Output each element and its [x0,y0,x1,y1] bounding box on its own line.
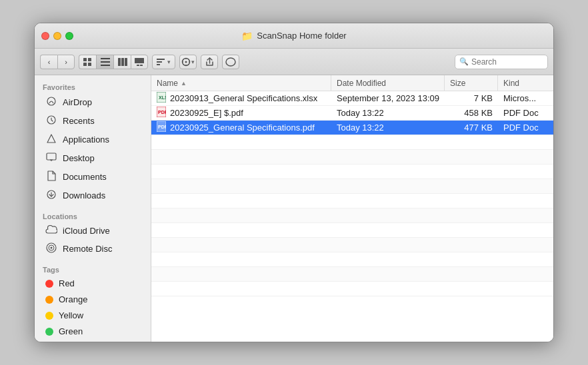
empty-row [151,282,553,296]
view-gallery-button[interactable] [131,55,148,69]
airdrop-icon [45,96,57,109]
empty-row [151,267,553,282]
svg-rect-6 [101,65,110,66]
window-title: 📁 ScanSnap Home folder [241,31,346,41]
search-input[interactable] [471,57,543,67]
svg-point-32 [51,247,53,249]
svg-rect-25 [47,153,56,160]
view-icon-button[interactable] [79,55,96,69]
svg-rect-8 [121,58,124,66]
file-row[interactable]: PDF 20230925_E] $.pdf Today 13:22 458 KB… [151,106,553,121]
desktop-icon [45,152,57,165]
red-label: Red [59,278,75,288]
view-buttons [79,55,148,69]
header-size[interactable]: Size [445,75,498,91]
main-content: Favorites AirDrop Recents [35,75,553,342]
svg-rect-2 [83,63,87,66]
nav-buttons: ‹ › [40,55,75,69]
svg-rect-9 [125,58,127,66]
titlebar: 📁 ScanSnap Home folder [35,23,553,49]
toolbar: ‹ › [35,49,553,75]
orange-dot [45,296,53,304]
downloads-label: Downloads [63,190,105,200]
downloads-icon [45,189,57,202]
pdf-icon-selected: PDF [157,121,166,134]
close-button[interactable] [41,32,49,40]
pdf-icon: PDF [157,107,166,119]
sidebar-item-desktop[interactable]: Desktop [37,149,148,167]
traffic-lights [41,32,73,40]
tags-label: Tags [35,263,151,275]
svg-rect-4 [101,58,110,59]
sort-arrow: ▲ [181,80,187,87]
file-row[interactable]: XLS 20230913_General Specifications.xlsx… [151,91,553,106]
svg-rect-5 [101,61,110,63]
sidebar-item-orange[interactable]: Orange [37,292,148,307]
file-row-selected[interactable]: PDF 20230925_General Specifications.pdf … [151,121,553,135]
header-kind[interactable]: Kind [498,75,553,91]
sidebar-item-red[interactable]: Red [37,276,148,291]
empty-row [151,165,553,179]
sidebar-item-yellow[interactable]: Yellow [37,308,148,323]
sidebar-item-applications[interactable]: Applications [37,131,148,149]
finder-window: 📁 ScanSnap Home folder ‹ › [34,23,554,342]
view-column-button[interactable] [113,55,131,69]
empty-row [151,252,553,267]
minimize-button[interactable] [53,32,61,40]
sidebar-item-icloud[interactable]: iCloud Drive [37,222,148,239]
sidebar-item-remote[interactable]: Remote Disc [37,240,148,258]
file-size-cell: 458 KB [445,106,498,120]
file-name: 20230925_General Specifications.pdf [170,123,315,133]
forward-button[interactable]: › [57,55,75,69]
file-kind-cell: PDF Doc [498,121,553,135]
sidebar-item-downloads[interactable]: Downloads [37,186,148,204]
empty-row [151,194,553,208]
header-date[interactable]: Date Modified [331,75,445,91]
yellow-dot [45,312,53,320]
svg-rect-12 [140,65,143,66]
svg-rect-11 [137,65,139,66]
tag-button[interactable] [222,55,239,69]
sidebar-item-airdrop[interactable]: AirDrop [37,93,148,111]
sidebar-item-recents[interactable]: Recents [37,112,148,130]
empty-row [151,179,553,194]
airdrop-label: AirDrop [63,97,92,107]
empty-row [151,135,553,150]
svg-rect-14 [157,61,162,63]
sort-dropdown[interactable]: ▾ [152,55,175,69]
documents-icon [45,171,57,183]
svg-point-17 [185,61,187,63]
svg-rect-15 [157,64,160,65]
orange-label: Orange [59,294,87,304]
share-button[interactable] [201,55,218,69]
svg-point-22 [226,58,235,66]
icloud-label: iCloud Drive [63,226,110,236]
empty-row [151,150,553,165]
svg-rect-10 [135,58,144,63]
svg-rect-3 [88,63,91,66]
sidebar-item-green[interactable]: Green [37,324,148,339]
file-name: 20230925_E] $.pdf [170,108,243,118]
back-button[interactable]: ‹ [40,55,57,69]
file-name: 20230913_General Specifications.xlsx [170,93,317,103]
file-kind-cell: Micros... [498,91,553,105]
file-size-cell: 477 KB [445,121,498,135]
header-name[interactable]: Name ▲ [151,75,331,91]
sidebar-item-documents[interactable]: Documents [37,168,148,186]
maximize-button[interactable] [65,32,73,40]
folder-icon: 📁 [241,31,253,41]
file-date-cell: September 13, 2023 13:09 [331,91,445,105]
applications-icon [45,133,57,146]
remote-label: Remote Disc [63,244,112,254]
empty-row [151,223,553,238]
action-button[interactable]: ▾ [179,55,197,69]
file-name-cell: XLS 20230913_General Specifications.xlsx [151,91,331,105]
desktop-label: Desktop [63,153,95,163]
file-kind-cell: PDF Doc [498,106,553,120]
empty-row [151,238,553,252]
green-dot [45,328,53,336]
file-name-cell: PDF 20230925_General Specifications.pdf [151,121,331,135]
remote-icon [45,242,57,255]
view-list-button[interactable] [96,55,113,69]
svg-rect-1 [88,58,91,61]
